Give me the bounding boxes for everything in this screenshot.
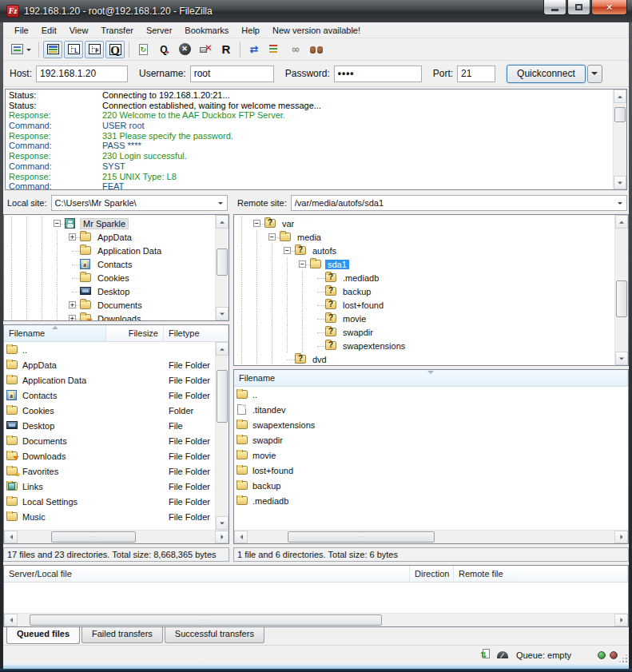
menu-item-help[interactable]: Help xyxy=(235,24,266,37)
local-tree-vscrollbar[interactable] xyxy=(215,215,229,320)
file-row-appdata[interactable]: AppDataFile Folder xyxy=(4,357,215,372)
file-row-[interactable]: .. xyxy=(4,342,215,357)
expander-plus-icon[interactable]: + xyxy=(65,230,80,244)
remote-site-combo[interactable]: /var/media/autofs/sda1 xyxy=(291,195,627,211)
speed-limits-icon[interactable] xyxy=(497,651,508,658)
scroll-up-button[interactable] xyxy=(614,89,626,103)
directory-comparison-button[interactable] xyxy=(265,41,284,58)
queue-column-direction[interactable]: Direction xyxy=(410,566,454,582)
scroll-down-button[interactable] xyxy=(614,176,626,189)
scroll-up-button[interactable] xyxy=(216,215,229,229)
toggle-remote-tree-button[interactable]: F xyxy=(85,41,104,58)
local-tree-item-documents[interactable]: +Documents xyxy=(4,298,215,312)
file-row-cookies[interactable]: CookiesFolder xyxy=(4,403,215,418)
host-input[interactable] xyxy=(36,66,128,82)
remote-tree-item-var[interactable]: −?var xyxy=(234,217,614,230)
remote-tree-item-swapextensions[interactable]: ?swapextensions xyxy=(234,339,614,352)
menu-item-bookmarks[interactable]: Bookmarks xyxy=(178,24,235,37)
reconnect-button[interactable]: R xyxy=(217,41,236,58)
cancel-operation-button[interactable]: ✕ xyxy=(175,41,194,58)
port-input[interactable] xyxy=(457,66,495,82)
expander-minus-icon[interactable]: − xyxy=(280,244,295,257)
refresh-button[interactable]: ↻ xyxy=(133,41,153,58)
synchronized-browsing-button[interactable]: ⇄ xyxy=(244,41,264,58)
find-files-button[interactable]: ∞ xyxy=(286,41,305,58)
local-tree-item-application-data[interactable]: Application Data xyxy=(4,244,215,257)
minimize-button[interactable] xyxy=(543,0,566,15)
toggle-message-log-button[interactable] xyxy=(43,41,62,58)
quickconnect-button[interactable]: Quickconnect xyxy=(507,65,586,83)
menu-item-transfer[interactable]: Transfer xyxy=(94,24,140,37)
local-tree-item-desktop[interactable]: Desktop xyxy=(4,284,215,298)
remote-tree-item-backup[interactable]: ?backup xyxy=(234,284,614,298)
scroll-down-button[interactable] xyxy=(216,516,229,530)
file-row-links[interactable]: LinksFile Folder xyxy=(4,479,215,494)
local-tree-item-downloads[interactable]: +Downloads xyxy=(4,312,215,320)
scroll-up-button[interactable] xyxy=(615,215,628,229)
column-header-filesize[interactable]: Filesize xyxy=(106,325,164,341)
remote-tree-item-lost-found[interactable]: ?lost+found xyxy=(234,298,614,312)
remote-tree-item-swapdir[interactable]: ?swapdir xyxy=(234,325,614,339)
toggle-queue-button[interactable]: Q xyxy=(105,41,125,58)
local-list-vscrollbar[interactable] xyxy=(215,342,229,530)
file-row-[interactable]: .. xyxy=(234,387,628,402)
close-button[interactable] xyxy=(591,0,627,15)
file-row-desktop[interactable]: DesktopFile xyxy=(4,418,215,433)
local-tree-item-cookies[interactable]: Cookies xyxy=(4,271,215,284)
local-tree-item-mr-sparkle[interactable]: −Mr Sparkle xyxy=(4,217,215,230)
scroll-right-button[interactable] xyxy=(614,614,628,626)
scroll-up-button[interactable] xyxy=(216,342,229,356)
remote-tree-item-media[interactable]: −media xyxy=(234,230,614,244)
menu-item-view[interactable]: View xyxy=(63,24,95,37)
column-header-filename[interactable]: Filename xyxy=(4,325,106,341)
expander-minus-icon[interactable]: − xyxy=(295,257,310,271)
queue-column-remote-file[interactable]: Remote file xyxy=(454,566,628,582)
menu-item-new-version-available[interactable]: New version available! xyxy=(266,24,367,37)
expander-plus-icon[interactable]: + xyxy=(65,298,80,312)
remote-tree-vscrollbar[interactable] xyxy=(614,215,628,365)
remote-tree-item-mediadb[interactable]: ?.mediadb xyxy=(234,271,614,284)
file-row-favorites[interactable]: ★FavoritesFile Folder xyxy=(4,463,215,479)
expander-plus-icon[interactable]: + xyxy=(65,312,80,320)
toggle-local-tree-button[interactable]: L xyxy=(64,41,83,58)
menu-item-server[interactable]: Server xyxy=(140,24,178,37)
file-row-documents[interactable]: DocumentsFile Folder xyxy=(4,433,215,448)
file-row-lost-found[interactable]: lost+found xyxy=(234,463,628,478)
file-row-backup[interactable]: backup xyxy=(234,478,628,493)
quickconnect-dropdown-button[interactable] xyxy=(587,65,602,83)
menu-item-edit[interactable]: Edit xyxy=(35,24,63,37)
file-row-application-data[interactable]: Application DataFile Folder xyxy=(4,372,215,388)
file-row-mediadb[interactable]: .mediadb xyxy=(234,493,628,508)
queue-hscrollbar[interactable] xyxy=(4,613,628,626)
expander-minus-icon[interactable]: − xyxy=(249,217,264,230)
tab-successful-transfers[interactable]: Successful transfers xyxy=(165,627,264,643)
queue-column-server-local-file[interactable]: Server/Local file xyxy=(4,566,410,582)
scroll-left-button[interactable] xyxy=(234,531,248,543)
remote-tree-item-dvd[interactable]: ?dvd xyxy=(234,352,614,365)
column-header-filename[interactable]: Filename xyxy=(234,370,628,386)
scroll-left-button[interactable] xyxy=(4,614,18,626)
process-queue-button[interactable]: Q xyxy=(154,41,173,58)
disconnect-button[interactable]: ✕ xyxy=(196,41,215,58)
remote-tree-item-sda1[interactable]: −sda1 xyxy=(234,257,614,271)
combo-dropdown-icon[interactable] xyxy=(614,196,626,210)
message-log-vscrollbar[interactable] xyxy=(613,89,626,189)
scroll-down-button[interactable] xyxy=(615,352,628,365)
scroll-down-button[interactable] xyxy=(216,307,229,320)
filter-button[interactable] xyxy=(307,41,326,58)
maximize-button[interactable] xyxy=(567,0,590,15)
file-row-swapextensions[interactable]: swapextensions xyxy=(234,417,628,432)
column-header-filetype[interactable]: Filetype xyxy=(164,325,229,341)
file-row-movie[interactable]: movie xyxy=(234,447,628,463)
username-input[interactable] xyxy=(190,66,274,82)
expander-minus-icon[interactable]: − xyxy=(50,217,65,230)
transfer-type-icon[interactable]: ⇅ xyxy=(481,649,492,661)
scroll-left-button[interactable] xyxy=(4,531,18,543)
menu-item-file[interactable]: File xyxy=(8,24,35,37)
remote-tree-item-movie[interactable]: ?movie xyxy=(234,312,614,325)
expander-minus-icon[interactable]: − xyxy=(264,230,280,244)
tab-queued-files[interactable]: Queued files xyxy=(6,627,80,644)
remote-list-hscrollbar[interactable] xyxy=(234,530,628,543)
remote-tree-item-autofs[interactable]: −?autofs xyxy=(234,244,614,257)
file-row-swapdir[interactable]: swapdir xyxy=(234,432,628,447)
